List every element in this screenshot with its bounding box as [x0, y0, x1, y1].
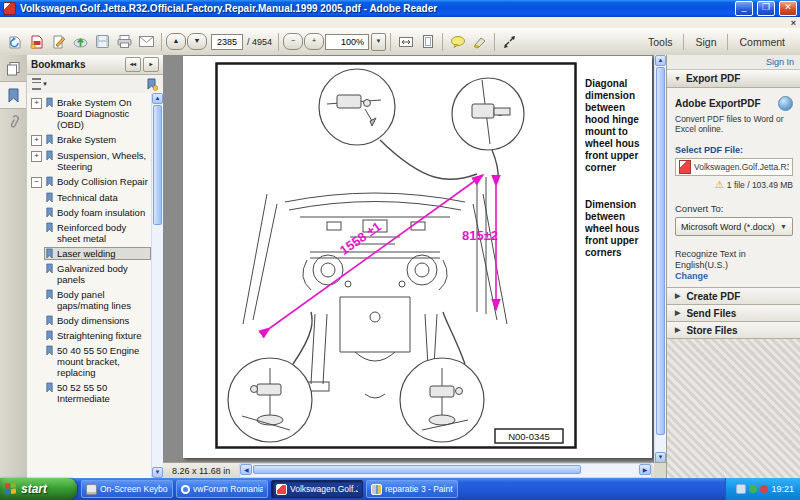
format-select[interactable]: Microsoft Word (*.docx) ▼ — [675, 217, 793, 236]
expander-icon[interactable]: − — [31, 177, 42, 188]
save-icon[interactable] — [92, 31, 113, 52]
bookmark-item[interactable]: Galvanized body panels — [45, 263, 150, 285]
bookmark-label: Body panel gaps/mating lines — [57, 289, 150, 311]
comment-tab[interactable]: Comment — [727, 34, 796, 50]
format-value: Microsoft Word (*.docx) — [681, 222, 775, 232]
close-button[interactable]: ✕ — [779, 1, 797, 16]
document-horizontal-scrollbar[interactable]: ◀ ▶ — [239, 463, 652, 478]
taskbar-task-button[interactable]: On-Screen Keyboard — [81, 480, 173, 498]
section-label: Send Files — [686, 308, 736, 319]
expand-view-icon[interactable] — [499, 31, 520, 52]
scroll-down-icon[interactable]: ▼ — [152, 467, 163, 478]
expander-icon[interactable]: + — [31, 135, 42, 146]
bookmark-item[interactable]: Body dimensions — [45, 315, 150, 326]
bookmark-icon — [45, 222, 54, 233]
sign-in-link[interactable]: Sign In — [766, 57, 794, 67]
upload-icon[interactable] — [70, 31, 91, 52]
bookmark-item[interactable]: Reinforced body sheet metal — [45, 222, 150, 244]
bookmark-item[interactable]: 50 52 55 50 Intermediate — [45, 382, 150, 404]
highlight-icon[interactable] — [469, 31, 490, 52]
pdf-page: 1558 ±1 815±2 N00-0345 Diagonal dimensio… — [183, 56, 652, 458]
zoom-dropdown-icon[interactable]: ▼ — [371, 33, 386, 51]
taskbar-task-button[interactable]: vwForum Romania - ... — [176, 480, 268, 498]
bookmarks-toolbar: ▼ — [27, 75, 163, 94]
panel-section-header[interactable]: ▶ Create PDF — [667, 287, 800, 304]
create-pdf-icon[interactable] — [26, 31, 47, 52]
selected-file-name: Volkswagen.Golf.Jetta.R32.Offici... — [694, 162, 789, 172]
bookmark-item[interactable]: Body panel gaps/mating lines — [45, 289, 150, 311]
page-thumbnails-icon[interactable] — [0, 55, 26, 81]
scroll-left-icon[interactable]: ◀ — [240, 464, 252, 475]
export-pdf-header[interactable]: ▼ Export PDF — [667, 69, 800, 88]
bookmark-item[interactable]: + Brake System On Board Diagnostic (OBD) — [31, 97, 150, 130]
section-label: Store Files — [686, 325, 737, 336]
comment-bubble-icon[interactable] — [447, 31, 468, 52]
bookmarks-title: Bookmarks — [31, 59, 85, 70]
panel-sections: ▶ Create PDF ▶ Send Files ▶ Store Files — [667, 287, 800, 338]
restore-button[interactable]: ❐ — [757, 1, 775, 16]
panel-section-header[interactable]: ▶ Send Files — [667, 304, 800, 321]
start-button[interactable]: start — [0, 478, 77, 500]
document-vertical-scrollbar[interactable]: ▲ ▼ — [654, 55, 666, 463]
bookmark-icon — [45, 248, 54, 259]
bookmark-item[interactable]: Laser welding — [45, 248, 150, 259]
bookmark-item[interactable]: + Suspension, Wheels, Steering — [31, 150, 150, 172]
zoom-out-button[interactable]: − — [283, 33, 303, 50]
zoom-in-button[interactable]: + — [304, 33, 324, 50]
bookmark-icon — [45, 345, 54, 356]
sign-icon[interactable] — [48, 31, 69, 52]
expander-icon[interactable]: + — [31, 98, 42, 109]
bookmarks-panel-icon[interactable] — [0, 81, 26, 109]
tray-keyboard-icon[interactable] — [736, 484, 746, 494]
expander-icon[interactable]: + — [31, 151, 42, 162]
bookmark-icon — [45, 289, 54, 300]
taskbar-task-button[interactable]: Volkswagen.Golf.Jett... — [271, 480, 363, 498]
attachments-icon[interactable] — [0, 109, 26, 135]
email-icon[interactable] — [136, 31, 157, 52]
selected-file-box[interactable]: Volkswagen.Golf.Jetta.R32.Offici... — [675, 158, 793, 176]
panel-section-header[interactable]: ▶ Store Files — [667, 321, 800, 338]
note-between: Dimension between wheel hous front upper… — [585, 199, 651, 259]
bookmark-item[interactable]: Straightening fixture — [45, 330, 150, 341]
bookmark-item[interactable]: + Brake System — [31, 134, 150, 146]
tray-alert-icon[interactable] — [760, 485, 768, 493]
system-tray: 19:21 — [725, 478, 800, 500]
task-label: On-Screen Keyboard — [100, 484, 168, 494]
sign-tab[interactable]: Sign — [683, 34, 727, 50]
bookmark-item[interactable]: 50 40 55 50 Engine mount bracket, replac… — [45, 345, 150, 378]
print-icon[interactable] — [114, 31, 135, 52]
page-size-label: 8.26 x 11.68 in — [163, 466, 239, 476]
bookmark-options-icon[interactable]: ▼ — [32, 78, 48, 90]
window-title: Volkswagen.Golf.Jetta.R32.Official.Facto… — [20, 3, 731, 14]
page-number-input[interactable]: 2385 — [211, 34, 243, 50]
previous-page-button[interactable]: ▲ — [166, 33, 186, 50]
bookmark-item[interactable]: Body foam insulation — [45, 207, 150, 218]
next-page-button[interactable]: ▼ — [187, 33, 207, 50]
tray-status-icon[interactable] — [749, 485, 757, 493]
taskbar-task-button[interactable]: reparatie 3 - Paint — [366, 480, 458, 498]
tools-tab[interactable]: Tools — [637, 34, 684, 50]
scroll-right-icon[interactable]: ▶ — [639, 464, 651, 475]
expand-panel-icon[interactable]: ▸ — [143, 57, 159, 72]
bookmark-item[interactable]: Technical data — [45, 192, 150, 203]
collapse-all-icon[interactable]: ◂◂ — [125, 57, 141, 72]
scroll-up-icon[interactable]: ▲ — [152, 93, 163, 104]
bookmark-label: Body Collision Repair — [57, 176, 150, 187]
document-status-bar: 8.26 x 11.68 in ◀ ▶ — [163, 462, 654, 478]
change-link[interactable]: Change — [675, 271, 708, 281]
document-close-icon[interactable]: × — [787, 18, 800, 28]
toolbar: ▲ ▼ 2385 / 4954 − + 100% ▼ Tools Sign Co… — [0, 28, 800, 56]
bookmark-label: Suspension, Wheels, Steering — [57, 150, 150, 172]
scroll-up-icon[interactable]: ▲ — [655, 55, 666, 66]
open-icon[interactable] — [4, 31, 25, 52]
pdf-app-icon — [3, 2, 16, 15]
zoom-level-input[interactable]: 100% — [325, 34, 369, 50]
figure-notes: Diagonal dimension between hood hinge mo… — [585, 66, 651, 271]
bookmark-icon — [45, 134, 54, 145]
bookmarks-scrollbar[interactable]: ▲ ▼ — [151, 93, 163, 478]
minimize-button[interactable]: _ — [735, 1, 753, 16]
fit-page-icon[interactable] — [417, 31, 438, 52]
bookmark-item[interactable]: − Body Collision Repair — [31, 176, 150, 188]
fit-width-icon[interactable] — [395, 31, 416, 52]
new-bookmark-icon[interactable] — [146, 78, 158, 91]
